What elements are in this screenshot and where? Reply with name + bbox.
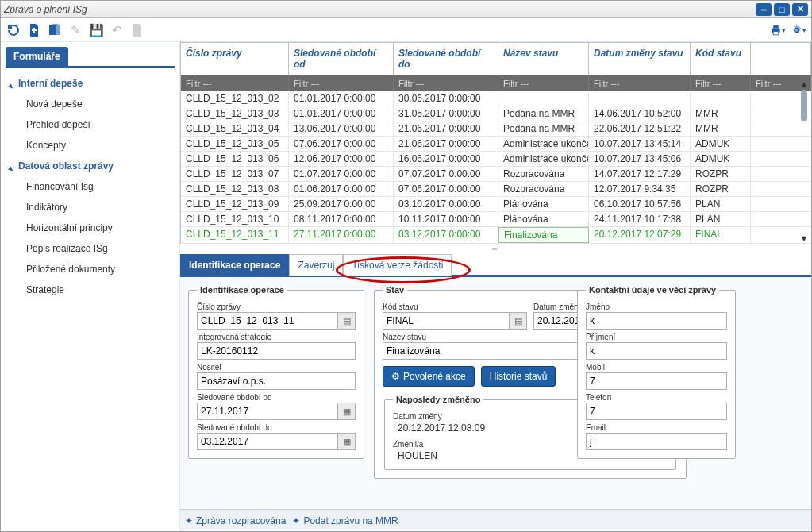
fieldset-kontakt: Kontaktní údaje ve věci zprávy Jméno Pří… — [577, 285, 736, 459]
input-nositel[interactable] — [197, 372, 356, 390]
close-icon[interactable]: ✕ — [792, 3, 808, 16]
table-row[interactable]: CLLD_15_12_013_0925.09.2017 0:00:0003.10… — [181, 197, 811, 212]
action-podat-zpravu[interactable]: ✦ Podat zprávu na MMR — [292, 515, 398, 526]
table-row[interactable]: CLLD_15_12_013_0612.06.2017 0:00:0016.06… — [181, 152, 811, 167]
filter-nazev[interactable]: Filtr --- — [498, 75, 589, 91]
nav-item-prilozene-dok[interactable]: Přiložené dokumenty — [6, 259, 175, 279]
scroll-down-icon[interactable]: ▼ — [799, 233, 810, 244]
table-cell: ADMUK — [691, 152, 751, 166]
table-cell: CLLD_15_12_013_04 — [181, 121, 289, 136]
grid-filter-row[interactable]: Filtr --- Filtr --- Filtr --- Filtr --- … — [181, 75, 811, 91]
print-icon[interactable]: ▾ — [770, 22, 786, 38]
input-prijmeni[interactable] — [586, 342, 727, 360]
table-cell: MMR — [691, 121, 751, 136]
edit-icon: ✎ — [67, 22, 83, 38]
label-kod-stavu: Kód stavu — [383, 303, 527, 311]
table-cell: CLLD_15_12_013_10 — [181, 212, 289, 226]
table-row[interactable]: CLLD_15_12_013_0413.06.2017 0:00:0021.06… — [181, 121, 811, 137]
table-row[interactable]: CLLD_15_12_013_0701.07.2017 0:00:0007.07… — [181, 167, 811, 182]
input-email[interactable] — [586, 433, 727, 450]
col-obdobi-od[interactable]: Sledované období od — [289, 43, 394, 75]
filter-kod[interactable]: Filtr --- — [691, 75, 751, 91]
historie-stavu-button[interactable]: Historie stavů — [481, 366, 556, 387]
table-cell: Plánována — [498, 212, 589, 226]
nav-group-datova[interactable]: Datová oblast zprávy — [6, 156, 175, 176]
svg-rect-1 — [773, 25, 779, 28]
table-row[interactable]: CLLD_15_12_013_0201.01.2017 0:00:0030.06… — [181, 91, 811, 106]
action-zprava-rozpracovana[interactable]: ✦ Zpráva rozpracována — [185, 515, 286, 526]
blank-doc-icon — [129, 22, 145, 38]
sidebar-tab-formulare[interactable]: Formuláře — [6, 47, 68, 66]
nav-item-horizontalni[interactable]: Horizontální principy — [6, 218, 175, 238]
table-row[interactable]: CLLD_15_12_013_0301.01.2017 0:00:0031.05… — [181, 106, 811, 121]
input-strategie[interactable] — [197, 342, 356, 360]
tab-zaverzuj[interactable]: Zaverzuj — [289, 254, 343, 276]
wand-icon: ✦ — [292, 515, 300, 526]
label-jmeno: Jméno — [586, 303, 727, 311]
input-obdobi-od[interactable] — [197, 403, 338, 420]
undo-icon: ↶ — [109, 22, 125, 38]
table-cell: 30.06.2017 0:00:00 — [394, 91, 498, 106]
nav-item-prehled-depesi[interactable]: Přehled depeší — [6, 114, 175, 135]
table-row[interactable]: CLLD_15_12_013_0507.06.2017 0:00:0021.06… — [181, 137, 811, 152]
input-telefon[interactable] — [586, 403, 727, 420]
nav-item-koncepty[interactable]: Koncepty — [6, 135, 175, 156]
refresh-icon[interactable] — [6, 22, 21, 38]
input-jmeno[interactable] — [586, 312, 727, 330]
minimize-icon[interactable]: ‒ — [756, 3, 772, 16]
picker-icon[interactable]: ▤ — [338, 312, 356, 330]
table-cell: CLLD_15_12_013_02 — [181, 91, 289, 106]
filter-do[interactable]: Filtr --- — [394, 75, 498, 91]
input-mobil[interactable] — [586, 372, 727, 390]
table-cell: 07.06.2017 0:00:00 — [289, 137, 394, 151]
input-cislo-zpravy[interactable] — [197, 312, 338, 330]
col-cislo-zpravy[interactable]: Číslo zprávy — [181, 43, 289, 75]
maximize-icon[interactable]: □ — [774, 3, 790, 16]
table-cell: 10.07.2017 13:45:14 — [589, 137, 691, 151]
table-cell: ADMUK — [691, 137, 751, 151]
filter-datum[interactable]: Filtr --- — [589, 75, 691, 91]
splitter-handle[interactable]: ═ — [180, 244, 811, 253]
legend-naposledy: Naposledy změněno — [393, 395, 483, 404]
action-label-rozpracovana: Zpráva rozpracována — [196, 515, 286, 526]
label-strategie: Integrovaná strategie — [197, 333, 356, 341]
povolene-akce-button[interactable]: ⚙Povolené akce — [383, 366, 475, 387]
nav-group-depese[interactable]: Interní depeše — [6, 73, 175, 94]
col-nazev-stavu[interactable]: Název stavu — [498, 43, 589, 75]
grid-body: CLLD_15_12_013_0201.01.2017 0:00:0030.06… — [181, 91, 811, 244]
scroll-up-icon[interactable]: ▲ — [799, 79, 810, 90]
table-cell: 10.07.2017 13:45:06 — [589, 152, 691, 166]
table-row[interactable]: CLLD_15_12_013_1127.11.2017 0:00:0003.12… — [181, 227, 811, 244]
nav-item-financovani[interactable]: Financování Isg — [6, 176, 175, 197]
copy-doc-icon[interactable] — [47, 22, 63, 38]
nav-item-strategie[interactable]: Strategie — [6, 279, 175, 300]
scroll-thumb[interactable] — [801, 90, 807, 121]
new-doc-icon[interactable] — [26, 22, 42, 38]
input-obdobi-do[interactable] — [197, 433, 338, 450]
input-kod-stavu[interactable] — [383, 312, 510, 330]
label-telefon: Telefon — [586, 393, 727, 402]
grid-scrollbar[interactable]: ▲ ▼ — [799, 79, 810, 244]
filter-cislo[interactable]: Filtr --- — [181, 75, 289, 91]
tab-tiskova-verze[interactable]: Tisková verze žádosti — [343, 254, 452, 276]
table-cell: 25.09.2017 0:00:00 — [289, 197, 394, 211]
col-kod-stavu[interactable]: Kód stavu — [691, 43, 751, 75]
table-cell: 07.07.2017 0:00:00 — [394, 167, 498, 181]
calendar-icon[interactable]: ▦ — [338, 433, 356, 450]
label-prijmeni: Příjmení — [586, 333, 727, 341]
nav-item-popis-realizace[interactable]: Popis realizace ISg — [6, 238, 175, 259]
table-cell: 13.06.2017 0:00:00 — [289, 121, 394, 136]
calendar-icon[interactable]: ▦ — [338, 403, 356, 420]
tab-identifikace[interactable]: Identifikace operace — [180, 254, 289, 276]
table-row[interactable]: CLLD_15_12_013_1008.11.2017 0:00:0010.11… — [181, 212, 811, 227]
table-row[interactable]: CLLD_15_12_013_0801.06.2017 0:00:0007.06… — [181, 182, 811, 197]
povolene-akce-label: Povolené akce — [403, 371, 466, 382]
label-email: Email — [586, 423, 727, 432]
picker-icon[interactable]: ▤ — [510, 312, 527, 330]
filter-od[interactable]: Filtr --- — [289, 75, 394, 91]
settings-gear-icon[interactable]: ▾ — [791, 22, 806, 38]
col-datum-zmeny[interactable]: Datum změny stavu — [589, 43, 691, 75]
nav-item-nova-depese[interactable]: Nová depeše — [6, 94, 175, 114]
col-obdobi-do[interactable]: Sledované období do — [394, 43, 498, 75]
nav-item-indikatory[interactable]: Indikátory — [6, 197, 175, 218]
